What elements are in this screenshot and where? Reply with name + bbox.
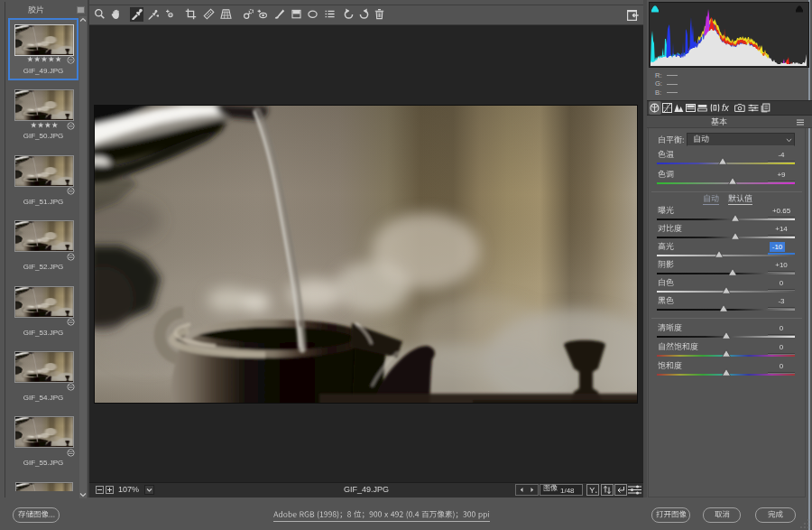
svg-text:Y: Y bbox=[589, 486, 595, 495]
svg-text:fx: fx bbox=[722, 103, 730, 113]
